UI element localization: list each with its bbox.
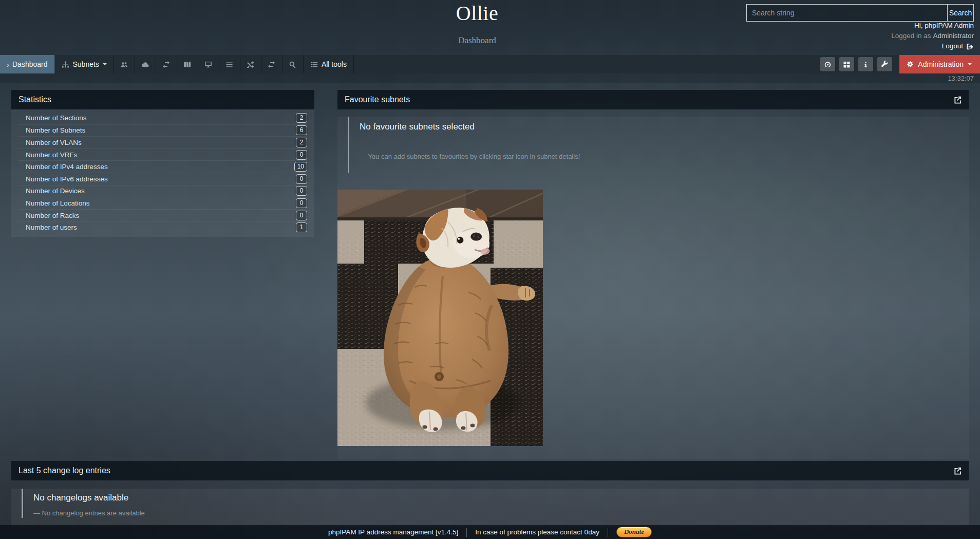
stat-badge: 1 [296, 222, 307, 232]
stat-row: Number of VRFs0 [18, 148, 307, 161]
sub-navbar-strip [0, 73, 980, 83]
footer-separator [466, 528, 467, 537]
th-large-icon [843, 61, 851, 68]
statistics-title: Statistics [18, 95, 51, 104]
widgets-grid-button[interactable] [839, 57, 854, 71]
stat-row: Number of Devices0 [18, 185, 307, 197]
nav-item-subnets[interactable]: Subnets [55, 55, 114, 73]
stat-badge: 10 [294, 162, 307, 172]
logout-button[interactable]: Logout [942, 41, 974, 51]
stat-row: Number of Sections2 [18, 112, 307, 124]
shuffle-icon [247, 61, 254, 68]
changelog-empty-heading: No changelogs available [33, 493, 958, 503]
search-icon [289, 61, 296, 68]
stat-badge: 0 [296, 211, 307, 220]
align-justify-icon [225, 61, 233, 68]
nav-item-desktop[interactable] [198, 55, 219, 73]
statistics-panel: Statistics Number of Sections2 Number of… [11, 90, 314, 237]
map-icon [183, 61, 191, 68]
changelog-empty-block: No changelogs available — No changelog e… [22, 489, 969, 518]
users-icon [120, 61, 128, 68]
stat-badge: 2 [296, 113, 307, 123]
wrench-icon [881, 61, 889, 68]
nav-right: Administration [820, 55, 980, 73]
dashboard-widgets-button[interactable] [820, 57, 835, 71]
info-icon [862, 61, 870, 68]
external-link-icon[interactable] [954, 96, 962, 104]
footer-contact: In case of problems please contact 0day [475, 528, 599, 536]
nav-item-transfer[interactable] [261, 55, 282, 73]
gear-icon [907, 61, 914, 68]
nav-left: › Dashboard Subnets [0, 55, 354, 73]
caret-down-icon [968, 63, 972, 65]
donate-button[interactable]: Donate [616, 527, 652, 537]
search-area: Search [746, 4, 974, 22]
stat-row: Number of VLANs2 [18, 136, 307, 148]
stat-row: Number of Locations0 [18, 197, 307, 209]
list-icon [310, 61, 318, 68]
stat-row: Number of users1 [18, 221, 307, 233]
main-navbar: › Dashboard Subnets [0, 55, 980, 73]
stat-row: Number of Racks0 [18, 209, 307, 221]
external-link-icon[interactable] [954, 467, 962, 475]
nav-item-all-tools[interactable]: All tools [304, 55, 354, 73]
logged-in-line: Logged in asAdministrator [891, 31, 974, 41]
changelog-panel: Last 5 change log entries No changelogs … [11, 461, 969, 527]
page-subtitle: Dashboard [0, 35, 954, 46]
nav-item-dashboard[interactable]: › Dashboard [0, 55, 55, 73]
caret-down-icon [103, 63, 107, 65]
greeting-text: Hi, phpIPAM Admin [891, 21, 974, 31]
nav-item-users[interactable] [114, 55, 135, 73]
changelog-title: Last 5 change log entries [18, 466, 110, 475]
transfer-icon [268, 61, 275, 68]
sitemap-icon [62, 61, 69, 68]
tools-button[interactable] [877, 57, 892, 71]
stat-row: Number of IPv4 addresses10 [18, 160, 307, 173]
nav-item-map[interactable] [177, 55, 198, 73]
favourites-empty-note: — You can add subnets to favourites by c… [360, 153, 958, 160]
favourites-empty-heading: No favourite subnets selected [360, 122, 958, 132]
changelog-body: No changelogs available — No changelog e… [11, 489, 969, 527]
stat-badge: 0 [296, 186, 307, 196]
favourites-title: Favourite subnets [345, 95, 410, 104]
footer: phpIPAM IP address management [v1.4.5] I… [0, 525, 980, 539]
chevron-right-icon: › [7, 60, 9, 69]
search-button[interactable]: Search [947, 4, 974, 22]
desktop-icon [204, 61, 212, 68]
search-input[interactable] [746, 4, 948, 22]
nav-item-search[interactable] [282, 55, 304, 73]
stat-badge: 0 [296, 198, 307, 208]
administrator-link[interactable]: Administrator [933, 32, 974, 40]
phpipam-dashboard: Ollie Dashboard Search Hi, phpIPAM Admin… [0, 0, 980, 539]
footer-separator [608, 528, 608, 537]
stat-row: Number of IPv6 addresses0 [18, 173, 307, 185]
favourites-empty-block: No favourite subnets selected — You can … [348, 117, 969, 173]
stat-badge: 0 [296, 150, 307, 160]
sign-out-icon [966, 43, 974, 50]
administration-button[interactable]: Administration [899, 55, 980, 73]
nav-item-list-lines[interactable] [219, 55, 240, 73]
info-button[interactable] [858, 57, 873, 71]
dog-photo [337, 190, 543, 446]
exchange-icon [162, 61, 170, 68]
changelog-empty-note: — No changelog entries are available [33, 509, 958, 517]
stat-row: Number of Subnets6 [18, 124, 307, 137]
stat-badge: 2 [296, 138, 307, 147]
nav-item-shuffle[interactable] [240, 55, 261, 73]
footer-app-version: phpIPAM IP address management [v1.4.5] [328, 528, 458, 536]
user-info: Hi, phpIPAM Admin Logged in asAdministra… [891, 21, 974, 51]
nav-item-cloud[interactable] [135, 55, 156, 73]
tachometer-icon [824, 61, 832, 68]
statistics-body: Number of Sections2 Number of Subnets6 N… [11, 109, 314, 237]
nav-item-exchange[interactable] [156, 55, 177, 73]
cloud-icon [141, 61, 149, 68]
stat-badge: 0 [296, 174, 307, 184]
favourites-body: No favourite subnets selected — You can … [337, 117, 969, 459]
clock: 13:32:07 [948, 75, 974, 82]
stat-badge: 6 [296, 125, 307, 135]
favourite-subnets-panel: Favourite subnets No favourite subnets s… [337, 90, 969, 459]
